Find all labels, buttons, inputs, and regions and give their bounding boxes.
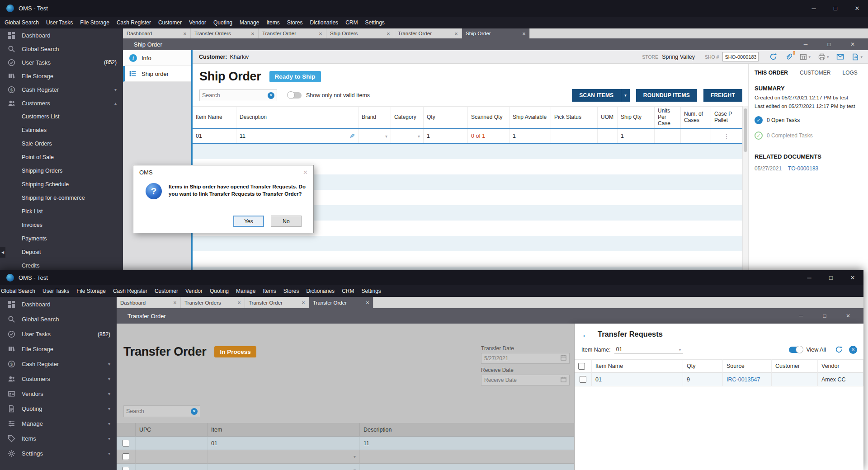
tab-ship-order-active[interactable]: Ship Order✕ xyxy=(462,28,530,38)
table-row[interactable]: ▾ xyxy=(117,464,574,470)
sho-number-input[interactable] xyxy=(722,52,759,61)
tab-transfer-orders[interactable]: Transfer Orders✕ xyxy=(181,297,245,308)
sidebar-item-customers[interactable]: Customers ▴ xyxy=(0,96,123,110)
document-link[interactable]: TO-0000183 xyxy=(788,165,818,172)
roundup-items-button[interactable]: ROUNDUP ITEMS xyxy=(636,89,697,102)
tab-close-icon[interactable]: ✕ xyxy=(183,31,187,36)
inner-maximize-button[interactable]: □ xyxy=(817,38,841,50)
mail-icon[interactable] xyxy=(836,53,844,61)
inner-minimize-button[interactable]: ─ xyxy=(789,308,813,324)
menu-vendor[interactable]: Vendor xyxy=(185,19,210,26)
sidebar-sub-customers-list[interactable]: Customers List xyxy=(0,110,123,123)
minimize-button[interactable]: ─ xyxy=(803,0,825,17)
sidebar-item-cash-register[interactable]: $ Cash Register ▾ xyxy=(0,83,123,96)
subnav-item-ship-order[interactable]: Ship order xyxy=(123,66,191,82)
menu-cash-register[interactable]: Cash Register xyxy=(113,19,155,26)
tab-logs[interactable]: LOGS xyxy=(842,70,857,76)
menu-global-search[interactable]: Global Search xyxy=(0,288,39,294)
clear-search-icon[interactable]: ✕ xyxy=(191,408,198,415)
menu-dictionaries[interactable]: Dictionaries xyxy=(306,19,342,26)
refresh-icon[interactable] xyxy=(769,53,777,61)
menu-quoting[interactable]: Quoting xyxy=(206,288,232,294)
open-tasks-row[interactable]: ✓ 0 Open Tasks xyxy=(755,116,862,124)
source-link[interactable]: IRC-0013547 xyxy=(726,376,760,383)
request-row[interactable]: 01 9 IRC-0013547 Amex CC xyxy=(575,373,863,386)
sidebar-sub-estimates[interactable]: Estimates xyxy=(0,123,123,137)
sidebar-item-dashboard[interactable]: Dashboard xyxy=(0,28,123,42)
sidebar-item-manage[interactable]: Manage ▾ xyxy=(0,416,117,431)
maximize-button[interactable]: □ xyxy=(820,270,842,285)
scan-items-dropdown[interactable]: ▾ xyxy=(621,89,630,102)
sidebar-item-user-tasks[interactable]: User Tasks (852) xyxy=(0,327,117,342)
sidebar-item-vendors[interactable]: Vendors ▾ xyxy=(0,386,117,401)
close-panel-icon[interactable]: ✕ xyxy=(849,346,857,354)
dialog-close-icon[interactable]: ✕ xyxy=(303,169,308,176)
category-dropdown-icon[interactable]: ▾ xyxy=(418,134,420,139)
sidebar-sub-point-of-sale[interactable]: Point of Sale xyxy=(0,150,123,164)
brand-dropdown-icon[interactable]: ▾ xyxy=(385,134,387,139)
sidebar-item-file-storage[interactable]: File Storage xyxy=(0,69,123,83)
table-row-selected[interactable]: 01 11 ✎ ▾ ▾ 1 0 of 1 xyxy=(193,128,742,144)
search-input[interactable] xyxy=(126,408,191,414)
edit-pencil-icon[interactable]: ✎ xyxy=(349,132,355,140)
menu-user-tasks[interactable]: User Tasks xyxy=(39,288,73,294)
item-name-dropdown[interactable]: 01 ▾ xyxy=(614,345,683,354)
scrollbar-thumb[interactable] xyxy=(744,108,747,152)
item-dropdown-icon[interactable]: ▾ xyxy=(354,468,356,470)
menu-file-storage[interactable]: File Storage xyxy=(73,288,109,294)
tab-close-icon[interactable]: ✕ xyxy=(522,31,526,36)
tab-transfer-orders[interactable]: Transfer Orders✕ xyxy=(191,28,259,38)
clear-search-icon[interactable]: ✕ xyxy=(268,92,274,99)
sidebar-sub-shipping-schedule[interactable]: Shipping Schedule xyxy=(0,178,123,191)
close-button[interactable]: ✕ xyxy=(846,0,868,17)
inner-minimize-button[interactable]: ─ xyxy=(794,38,817,50)
menu-stores[interactable]: Stores xyxy=(283,19,307,26)
row-checkbox[interactable] xyxy=(123,440,129,446)
tab-dashboard[interactable]: Dashboard✕ xyxy=(123,28,191,38)
no-button[interactable]: No xyxy=(271,216,302,227)
inner-close-button[interactable]: ✕ xyxy=(836,308,860,324)
receive-date-input[interactable] xyxy=(484,377,543,383)
inner-maximize-button[interactable]: □ xyxy=(813,308,836,324)
menu-manage[interactable]: Manage xyxy=(232,288,259,294)
sidebar-item-file-storage[interactable]: File Storage xyxy=(0,342,117,357)
scan-items-button[interactable]: SCAN ITEMS ▾ xyxy=(572,89,630,102)
sidebar-item-quoting[interactable]: Quoting ▾ xyxy=(0,401,117,416)
print-icon[interactable]: ▾ xyxy=(818,53,829,61)
row-checkbox[interactable] xyxy=(123,453,129,460)
attachment-icon[interactable]: 0 xyxy=(785,53,792,61)
freight-button[interactable]: FREIGHT xyxy=(703,89,742,102)
menu-crm[interactable]: CRM xyxy=(338,288,358,294)
maximize-button[interactable]: □ xyxy=(825,0,846,17)
export-icon[interactable]: ▾ xyxy=(852,53,863,61)
menu-vendor[interactable]: Vendor xyxy=(182,288,206,294)
select-all-checkbox[interactable] xyxy=(578,363,585,370)
sidebar-item-cash-register[interactable]: $ Cash Register ▾ xyxy=(0,357,117,371)
chevron-down-icon[interactable]: ▾ xyxy=(827,55,829,59)
tab-transfer-order-1[interactable]: Transfer Order✕ xyxy=(259,28,326,38)
tab-close-icon[interactable]: ✕ xyxy=(387,31,390,36)
tab-transfer-order-active[interactable]: Transfer Order✕ xyxy=(309,297,373,308)
view-all-toggle[interactable] xyxy=(789,347,802,353)
menu-settings[interactable]: Settings xyxy=(358,288,384,294)
chevron-down-icon[interactable]: ▾ xyxy=(808,55,811,59)
menu-crm[interactable]: CRM xyxy=(342,19,361,26)
menu-dictionaries[interactable]: Dictionaries xyxy=(302,288,338,294)
table-row[interactable]: ▾ xyxy=(117,450,574,464)
row-checkbox[interactable] xyxy=(123,467,129,470)
tab-close-icon[interactable]: ✕ xyxy=(173,300,177,305)
sidebar-item-settings[interactable]: Settings ▾ xyxy=(0,446,117,461)
tab-close-icon[interactable]: ✕ xyxy=(366,300,369,305)
sidebar-item-user-tasks[interactable]: User Tasks (852) xyxy=(0,56,123,69)
tab-transfer-order-1[interactable]: Transfer Order✕ xyxy=(245,297,309,308)
menu-customer[interactable]: Customer xyxy=(155,19,185,26)
sidebar-sub-payments[interactable]: Payments xyxy=(0,232,123,245)
menu-quoting[interactable]: Quoting xyxy=(210,19,236,26)
item-dropdown-icon[interactable]: ▾ xyxy=(354,454,356,459)
menu-cash-register[interactable]: Cash Register xyxy=(109,288,151,294)
sidebar-item-global-search[interactable]: Global Search xyxy=(0,312,117,327)
menu-items[interactable]: Items xyxy=(263,19,283,26)
sidebar-sub-invoices[interactable]: Invoices xyxy=(0,218,123,232)
sidebar-sub-shipping-orders[interactable]: Shipping Orders xyxy=(0,164,123,178)
row-menu-icon[interactable]: ⋮ xyxy=(724,133,730,140)
